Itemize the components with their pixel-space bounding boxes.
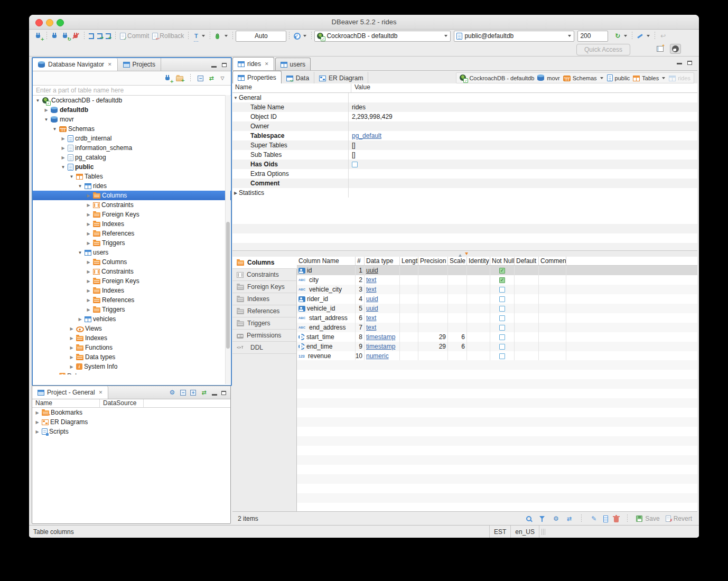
property-value[interactable]: rides [349, 102, 697, 112]
tab-project-general[interactable]: Project - General ✕ [32, 386, 108, 399]
checkbox-unchecked-icon[interactable]: ✓ [499, 287, 505, 293]
property-row-table-name[interactable]: Table Namerides [232, 102, 697, 112]
open-sql-script-button[interactable]: → [96, 32, 104, 40]
data-type-link[interactable]: text [366, 276, 376, 284]
tree-item-constraints[interactable]: ▶Constraints [33, 267, 231, 276]
tab-projects[interactable]: Projects [118, 58, 161, 71]
tree-item-functions[interactable]: ▶Functions [33, 343, 231, 352]
tree-item-system-info[interactable]: ▶iSystem Info [33, 362, 231, 371]
column-header-identity[interactable]: Identity [467, 257, 490, 265]
expand-arrow-icon[interactable]: ▶ [86, 231, 91, 236]
refresh-button[interactable]: ↻ [612, 32, 629, 41]
value-header[interactable]: Value [351, 83, 370, 92]
tree-item-pg-catalog[interactable]: ▶pg_catalog [33, 153, 231, 162]
tree-item-references[interactable]: ▶References [33, 295, 231, 305]
column-row-vehicle-city[interactable]: ABCvehicle_city3text✓ [297, 285, 697, 294]
property-value[interactable]: [] [349, 150, 697, 160]
close-icon[interactable]: ✕ [265, 61, 269, 67]
checkbox-unchecked-icon[interactable]: ✓ [499, 296, 505, 302]
breadcrumb-item-movr[interactable]: movr [537, 74, 559, 81]
expand-arrow-icon[interactable]: ▶ [69, 355, 74, 360]
collapse-arrow-icon[interactable]: ▼ [35, 98, 41, 103]
expand-arrow-icon[interactable]: ▶ [86, 298, 91, 303]
property-row-extra-options[interactable]: Extra Options [232, 169, 697, 179]
tree-item-users[interactable]: ▼users [33, 248, 231, 257]
expand-arrow-icon[interactable]: ▶ [86, 193, 91, 198]
column-header-scale[interactable]: Scale [448, 257, 467, 265]
subtab-data[interactable]: Data [282, 72, 314, 84]
column-header-comment[interactable]: Comment [539, 257, 566, 265]
tree-item-references[interactable]: ▶References [33, 229, 231, 238]
splitter-down-icon[interactable] [465, 252, 468, 257]
collapse-arrow-icon[interactable]: ▼ [77, 250, 83, 255]
property-value[interactable] [349, 121, 697, 131]
sync-pages-icon[interactable]: ⇄ [565, 516, 573, 522]
expand-arrow-icon[interactable]: ▶ [86, 203, 91, 208]
property-row-super-tables[interactable]: Super Tables[] [232, 140, 697, 150]
expand-arrow-icon[interactable]: ▶ [69, 364, 74, 369]
maximize-view-icon[interactable] [222, 63, 227, 67]
dbeaver-perspective-button[interactable] [670, 44, 681, 54]
property-value[interactable]: pg_default [349, 131, 697, 140]
property-value[interactable] [349, 179, 697, 188]
column-header-default[interactable]: Default [515, 257, 539, 265]
minimize-view-icon[interactable] [211, 66, 217, 68]
tree-item-foreign-keys[interactable]: ▶Foreign Keys [33, 276, 231, 286]
expand-arrow-icon[interactable]: ▶ [69, 336, 74, 341]
column-row-rider-id[interactable]: rider_id4uuid✓ [297, 294, 697, 304]
expand-all-icon[interactable]: + [190, 390, 196, 396]
project-item-scripts[interactable]: ▶Scripts [32, 427, 230, 436]
connection-combo[interactable]: CockroachDB - defaultdb [314, 31, 451, 42]
sql-editor-button[interactable] [87, 32, 96, 40]
collapse-arrow-icon[interactable]: ▼ [52, 374, 58, 375]
checkbox-unchecked-icon[interactable]: ✓ [499, 344, 505, 350]
disconnect-button[interactable] [71, 32, 81, 41]
tree-item-foreign-keys[interactable]: ▶Foreign Keys [33, 210, 231, 219]
connect-button[interactable] [50, 32, 60, 41]
new-connection-button[interactable]: + [33, 32, 44, 41]
data-type-link[interactable]: text [366, 324, 376, 331]
expand-arrow-icon[interactable]: ▶ [232, 191, 239, 195]
tree-item-triggers[interactable]: ▶Triggers [33, 305, 231, 314]
tree-item-schemas[interactable]: ▼Schemas [33, 124, 231, 134]
expand-arrow-icon[interactable]: ▶ [86, 279, 91, 284]
checkbox-unchecked-icon[interactable]: ✓ [499, 306, 505, 312]
minimize-view-icon[interactable] [212, 394, 217, 396]
commit-button[interactable]: ✓ Commit [118, 31, 151, 41]
breadcrumb-item-tables[interactable]: Tables [633, 75, 666, 81]
property-row-comment[interactable]: Comment [232, 179, 697, 188]
property-row-object-id[interactable]: Object ID2,293,998,429 [232, 112, 697, 121]
checkbox-unchecked-icon[interactable]: ✓ [352, 162, 358, 167]
subtab-er-diagram[interactable]: ER Diagram [314, 72, 368, 84]
data-type-link[interactable]: timestamp [366, 343, 395, 350]
expand-arrow-icon[interactable]: ▶ [86, 288, 91, 293]
new-folder-icon[interactable]: + [176, 76, 183, 81]
collapse-arrow-icon[interactable]: ▼ [43, 117, 49, 122]
collapse-all-icon[interactable]: − [198, 76, 203, 81]
data-type-link[interactable]: uuid [366, 305, 378, 312]
property-value[interactable]: 2,293,998,429 [349, 112, 697, 121]
property-value[interactable] [349, 93, 697, 102]
link-with-editor-icon[interactable]: ⇄ [208, 75, 215, 82]
close-icon[interactable]: ✕ [108, 62, 112, 67]
filter-icon[interactable] [539, 516, 546, 522]
debug-button[interactable] [213, 32, 230, 41]
property-value[interactable] [349, 188, 697, 198]
column-header-length[interactable]: Length [400, 257, 418, 265]
quick-access-button[interactable]: Quick Access [576, 44, 630, 55]
tree-item-information-schema[interactable]: ▶information_schema [33, 143, 231, 153]
property-row-general[interactable]: ▼General [232, 93, 697, 102]
tab-database-navigator[interactable]: Database Navigator ✕ [33, 58, 118, 71]
checkbox-unchecked-icon[interactable]: ✓ [499, 353, 505, 359]
breadcrumb-item-public[interactable]: public [607, 74, 630, 81]
column-row-start-address[interactable]: ABCstart_address6text✓ [297, 313, 697, 323]
new-connection-icon[interactable]: + [164, 75, 172, 82]
checkbox-unchecked-icon[interactable]: ✓ [499, 315, 505, 321]
tree-item-views[interactable]: ▶Views [33, 324, 231, 333]
column-header-data-type[interactable]: Data type [365, 257, 400, 265]
tree-item-indexes[interactable]: ▶Indexes [33, 286, 231, 295]
expand-arrow-icon[interactable]: ▶ [69, 345, 74, 350]
project-item-bookmarks[interactable]: ▶★Bookmarks [32, 408, 230, 417]
commit-mode-combo[interactable]: Auto [236, 31, 286, 42]
column-header-not-null[interactable]: Not Null [490, 257, 515, 265]
